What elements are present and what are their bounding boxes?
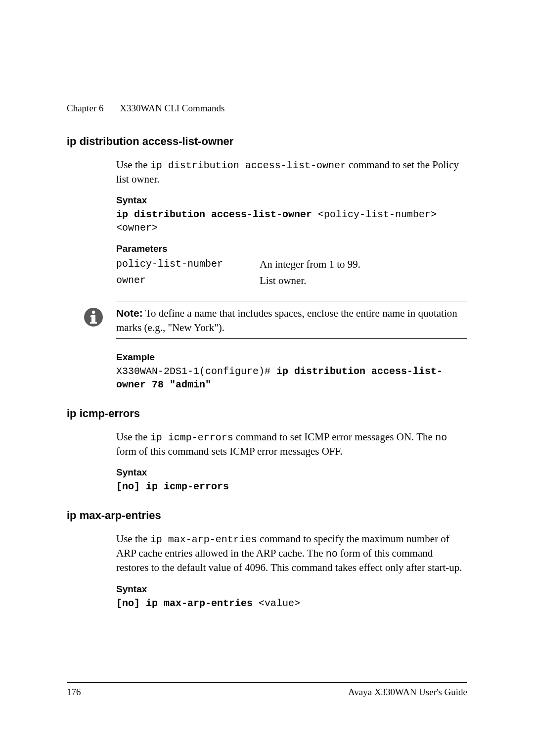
running-header: Chapter 6 X330WAN CLI Commands <box>67 103 467 114</box>
info-icon <box>84 307 103 327</box>
note-text: Note: To define a name that includes spa… <box>116 306 467 334</box>
page: Chapter 6 X330WAN CLI Commands ip distri… <box>0 0 534 756</box>
intro-paragraph: Use the ip icmp-errors command to set IC… <box>116 430 467 458</box>
parameters-label: Parameters <box>116 243 467 254</box>
svg-point-1 <box>92 311 95 314</box>
syntax-line: [no] ip icmp-errors <box>116 480 467 493</box>
section-heading: ip distribution access-list-owner <box>67 135 467 148</box>
syntax-label: Syntax <box>116 195 467 206</box>
page-footer: 176 Avaya X330WAN User's Guide <box>67 682 467 698</box>
section-body: Use the ip max-arp-entries command to sp… <box>116 532 467 610</box>
note-rule-top <box>116 301 467 301</box>
intro-paragraph: Use the ip max-arp-entries command to sp… <box>116 532 467 574</box>
inline-code: ip max-arp-entries <box>150 534 257 545</box>
syntax-line: [no] ip max-arp-entries <value> <box>116 597 467 610</box>
parameter-desc: List owner. <box>260 275 467 287</box>
parameter-row: policy-list-number An integer from 1 to … <box>116 258 467 271</box>
header-rule <box>67 119 467 119</box>
chapter-title: X330WAN CLI Commands <box>120 103 224 113</box>
intro-paragraph: Use the ip distribution access-list-owne… <box>116 158 467 186</box>
inline-code: no <box>435 432 447 443</box>
syntax-label: Syntax <box>116 467 467 478</box>
example-label: Example <box>116 352 467 363</box>
section-heading: ip max-arp-entries <box>67 509 467 522</box>
parameter-row: owner List owner. <box>116 275 467 287</box>
parameter-desc: An integer from 1 to 99. <box>260 258 467 271</box>
page-number: 176 <box>67 687 81 698</box>
footer-rule <box>67 682 467 683</box>
doc-title: Avaya X330WAN User's Guide <box>348 687 467 698</box>
parameter-name: owner <box>116 275 260 287</box>
note-rule-bottom <box>116 338 467 339</box>
inline-code: ip distribution access-list-owner <box>150 160 346 171</box>
note-block: Note: To define a name that includes spa… <box>116 301 467 339</box>
parameter-name: policy-list-number <box>116 258 260 271</box>
chapter-label: Chapter 6 <box>67 103 103 113</box>
syntax-label: Syntax <box>116 584 467 595</box>
example-line: X330WAN-2DS1-1(configure)# ip distributi… <box>116 365 467 391</box>
section-body: Use the ip icmp-errors command to set IC… <box>116 430 467 493</box>
section-body: Use the ip distribution access-list-owne… <box>116 158 467 391</box>
inline-code: ip icmp-errors <box>150 432 233 443</box>
syntax-line: ip distribution access-list-owner <polic… <box>116 208 467 235</box>
inline-code: no <box>326 548 338 560</box>
section-heading: ip icmp-errors <box>67 407 467 420</box>
